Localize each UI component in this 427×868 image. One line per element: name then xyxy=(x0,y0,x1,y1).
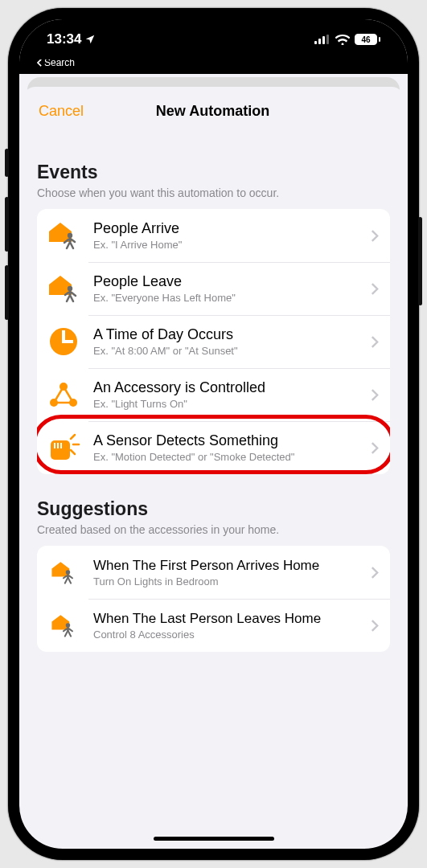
clock-icon xyxy=(45,323,82,360)
phone-frame: 13:34 46 Search C xyxy=(8,8,419,860)
chevron-right-icon xyxy=(371,442,379,454)
chevron-right-icon xyxy=(371,620,379,632)
svg-point-16 xyxy=(66,570,70,574)
event-title: An Accessory is Controlled xyxy=(93,379,359,396)
suggestion-row-first-arrives[interactable]: When The First Person Arrives Home Turn … xyxy=(37,546,390,599)
events-card: People Arrive Ex. "I Arrive Home" xyxy=(37,209,390,474)
event-title: A Sensor Detects Something xyxy=(93,432,359,449)
svg-rect-2 xyxy=(322,36,325,44)
suggestions-section-subtitle: Created based on the accessories in your… xyxy=(37,523,390,536)
event-subtitle: Ex. "Motion Detected" or "Smoke Detected… xyxy=(93,451,359,463)
svg-rect-1 xyxy=(318,39,321,44)
screen: 13:34 46 Search C xyxy=(19,19,408,849)
event-title: People Leave xyxy=(93,273,359,290)
status-time: 13:34 xyxy=(47,31,81,47)
svg-point-6 xyxy=(68,286,72,291)
event-subtitle: Ex. "Light Turns On" xyxy=(93,398,359,410)
modal-nav: Cancel New Automation xyxy=(23,87,404,131)
home-leave-icon xyxy=(45,607,82,644)
events-section-title: Events xyxy=(37,162,390,183)
svg-rect-3 xyxy=(326,35,329,44)
suggestion-subtitle: Turn On Lights in Bedroom xyxy=(93,575,359,588)
event-subtitle: Ex. "At 8:00 AM" or "At Sunset" xyxy=(93,345,359,357)
svg-point-11 xyxy=(69,399,77,407)
home-indicator[interactable] xyxy=(154,837,274,841)
home-leave-icon xyxy=(45,270,82,307)
chevron-right-icon xyxy=(371,389,379,401)
chevron-right-icon xyxy=(371,336,379,348)
chevron-right-icon xyxy=(371,283,379,295)
chevron-left-icon xyxy=(37,59,43,67)
dynamic-island xyxy=(159,29,268,61)
event-title: A Time of Day Occurs xyxy=(93,326,359,343)
event-row-people-arrive[interactable]: People Arrive Ex. "I Arrive Home" xyxy=(37,209,390,262)
event-row-sensor-detects[interactable]: A Sensor Detects Something Ex. "Motion D… xyxy=(37,421,390,474)
location-icon xyxy=(84,34,96,45)
svg-rect-0 xyxy=(314,41,317,44)
svg-point-9 xyxy=(60,383,68,391)
event-row-accessory-controlled[interactable]: An Accessory is Controlled Ex. "Light Tu… xyxy=(37,368,390,421)
wifi-icon xyxy=(335,35,350,45)
svg-point-18 xyxy=(66,623,70,627)
event-row-time-of-day[interactable]: A Time of Day Occurs Ex. "At 8:00 AM" or… xyxy=(37,315,390,368)
page-title: New Automation xyxy=(37,103,388,120)
suggestions-card: When The First Person Arrives Home Turn … xyxy=(37,546,390,652)
cellular-icon xyxy=(314,35,331,44)
sensor-icon xyxy=(45,429,82,466)
suggestion-title: When The Last Person Leaves Home xyxy=(93,611,359,627)
events-section-subtitle: Choose when you want this automation to … xyxy=(37,186,390,199)
event-subtitle: Ex. "I Arrive Home" xyxy=(93,239,359,251)
svg-point-4 xyxy=(68,233,72,238)
svg-rect-15 xyxy=(60,443,62,448)
event-title: People Arrive xyxy=(93,220,359,237)
suggestion-subtitle: Control 8 Accessories xyxy=(93,628,359,641)
svg-rect-14 xyxy=(57,443,59,448)
suggestion-row-last-leaves[interactable]: When The Last Person Leaves Home Control… xyxy=(37,599,390,652)
battery-icon: 46 xyxy=(355,34,380,45)
home-arrive-icon xyxy=(45,217,82,254)
suggestion-title: When The First Person Arrives Home xyxy=(93,558,359,574)
content-scroll[interactable]: Events Choose when you want this automat… xyxy=(23,131,404,845)
battery-level: 46 xyxy=(355,34,377,45)
back-to-app[interactable]: Search xyxy=(19,59,408,74)
home-arrive-icon xyxy=(45,554,82,591)
svg-point-10 xyxy=(50,399,58,407)
modal-sheet: Cancel New Automation Events Choose when… xyxy=(23,87,404,845)
chevron-right-icon xyxy=(371,230,379,242)
event-subtitle: Ex. "Everyone Has Left Home" xyxy=(93,292,359,304)
svg-rect-13 xyxy=(54,443,55,448)
suggestions-section-title: Suggestions xyxy=(37,498,390,520)
event-row-people-leave[interactable]: People Leave Ex. "Everyone Has Left Home… xyxy=(37,262,390,315)
chevron-right-icon xyxy=(371,567,379,579)
nodes-icon xyxy=(45,376,82,413)
